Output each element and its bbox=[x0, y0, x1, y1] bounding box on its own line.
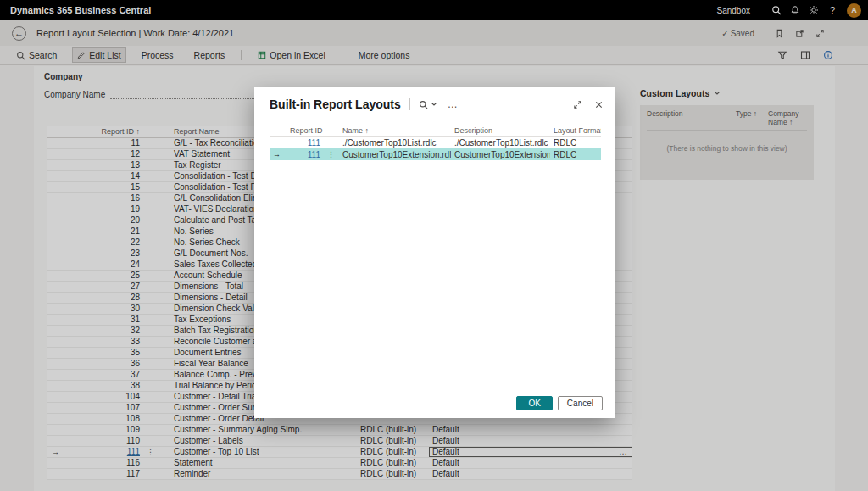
layout-name-cell: CustomerTop10Extension.rdl bbox=[339, 149, 451, 160]
row-selector-cell: → bbox=[270, 149, 287, 160]
report-id-link[interactable]: 111 bbox=[287, 149, 324, 160]
dialog-header: Built-in Report Layouts … bbox=[254, 87, 615, 113]
dialog-window-controls bbox=[571, 98, 604, 110]
builtin-layouts-table: Report ID ↑ Name ↑ Description Layout Fo… bbox=[270, 125, 601, 160]
more-options-icon[interactable]: … bbox=[448, 101, 458, 108]
close-icon[interactable] bbox=[593, 98, 604, 110]
modal-table-row[interactable]: 111./CustomerTop10List.rdlc./CustomerTop… bbox=[270, 137, 601, 148]
layout-format-cell: RDLC bbox=[550, 137, 601, 148]
row-options-icon[interactable]: ⋮ bbox=[324, 149, 339, 160]
layout-description-cell: ./CustomerTop10List.rdlc bbox=[451, 137, 550, 148]
search-icon[interactable] bbox=[419, 100, 428, 109]
layout-name-cell: ./CustomerTop10List.rdlc bbox=[339, 137, 451, 148]
modal-table-row[interactable]: →111⋮CustomerTop10Extension.rdlCustomerT… bbox=[270, 148, 601, 160]
ok-button[interactable]: OK bbox=[516, 396, 552, 410]
cancel-button[interactable]: Cancel bbox=[558, 396, 603, 410]
layout-description-cell: CustomerTop10Extension.rdl bbox=[451, 149, 550, 160]
builtin-layouts-body: 111./CustomerTop10List.rdlc./CustomerTop… bbox=[270, 137, 601, 160]
dialog-title: Built-in Report Layouts bbox=[270, 98, 401, 111]
report-id-link[interactable]: 111 bbox=[287, 137, 324, 148]
column-header-report-id[interactable]: Report ID ↑ bbox=[287, 126, 324, 135]
expand-dialog-icon[interactable] bbox=[571, 98, 583, 110]
column-header-name[interactable]: Name ↑ bbox=[339, 126, 451, 135]
column-header-description[interactable]: Description bbox=[451, 126, 550, 135]
column-header-layout-format[interactable]: Layout Format bbox=[550, 126, 601, 135]
header-divider bbox=[409, 98, 410, 110]
modal-table-header-row: Report ID ↑ Name ↑ Description Layout Fo… bbox=[270, 125, 601, 137]
chevron-down-icon[interactable] bbox=[431, 101, 437, 108]
dialog-footer: OK Cancel bbox=[516, 396, 603, 410]
builtin-report-layouts-dialog: Built-in Report Layouts … Report ID ↑ Na… bbox=[254, 87, 615, 418]
layout-format-cell: RDLC bbox=[550, 149, 601, 160]
